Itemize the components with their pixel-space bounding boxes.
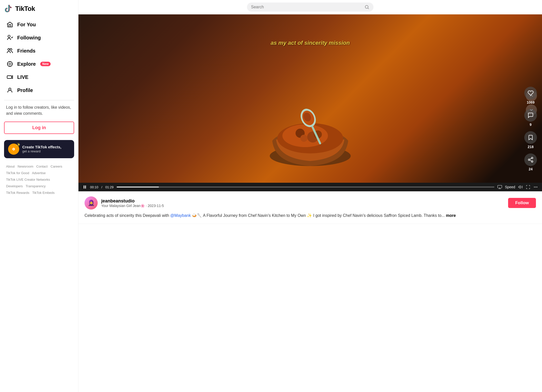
footer-link-embeds[interactable]: TikTok Embeds — [32, 191, 54, 195]
bookmark-icon — [528, 134, 534, 141]
follow-button[interactable]: Follow — [508, 198, 536, 208]
sidebar-item-following[interactable]: Following — [4, 31, 74, 44]
svg-point-27 — [528, 159, 530, 160]
svg-point-4 — [9, 63, 11, 65]
like-count: 1069 — [527, 100, 534, 104]
video-frame: as my act of sincerity mission — [78, 14, 542, 191]
sidebar-item-explore[interactable]: Explore New — [4, 58, 74, 70]
svg-rect-32 — [85, 186, 86, 189]
footer-link-developers[interactable]: Developers — [6, 184, 23, 188]
sidebar-item-for-you[interactable]: For You — [4, 18, 74, 31]
footer-link-about[interactable]: About — [6, 165, 15, 168]
svg-rect-9 — [7, 76, 11, 79]
svg-point-10 — [9, 88, 11, 90]
svg-point-1 — [8, 49, 10, 51]
footer-link-transparency[interactable]: Transparency — [26, 184, 46, 188]
save-icon-wrap — [524, 131, 537, 144]
logo-area[interactable]: TikTok — [4, 0, 74, 18]
svg-point-35 — [534, 187, 535, 188]
footer-link-contact[interactable]: Contact — [36, 165, 48, 168]
sidebar-item-profile[interactable]: Profile — [4, 84, 74, 97]
svg-point-36 — [535, 187, 536, 188]
sidebar-item-live[interactable]: LIVE — [4, 71, 74, 83]
sidebar-item-label: Explore — [17, 61, 36, 67]
main-content: as my act of sincerity mission — [78, 0, 542, 392]
play-pause-button[interactable] — [82, 185, 87, 189]
mention-link[interactable]: @Maybank — [170, 213, 191, 218]
progress-bar[interactable] — [117, 187, 494, 188]
live-icon — [6, 73, 14, 81]
video-player[interactable]: as my act of sincerity mission — [78, 14, 542, 191]
effects-banner[interactable]: ✨ Create TikTok effects, get a reward — [4, 140, 74, 158]
author-handle[interactable]: jeanbeanstudio — [101, 198, 505, 204]
video-feed: as my act of sincerity mission — [78, 14, 542, 392]
effects-icon: ✨ — [8, 144, 19, 155]
volume-button[interactable] — [518, 185, 523, 189]
sidebar: TikTok For You Following Friends — [0, 0, 78, 392]
login-button[interactable]: Log in — [4, 122, 74, 134]
effects-text: Create TikTok effects, get a reward — [22, 145, 61, 154]
footer-link-careers[interactable]: Careers — [51, 165, 62, 168]
airplay-icon — [497, 185, 502, 189]
progress-fill — [117, 187, 159, 188]
footer-link-rewards[interactable]: TikTok Rewards — [6, 191, 29, 195]
app-name: TikTok — [15, 5, 35, 13]
footer-link-newsroom[interactable]: Newsroom — [18, 165, 33, 168]
video-controls: 00:10 / 01:29 Speed — [78, 183, 542, 191]
svg-point-28 — [531, 161, 533, 162]
svg-marker-34 — [519, 186, 520, 189]
save-button[interactable]: 218 — [524, 131, 537, 149]
svg-point-13 — [365, 5, 368, 8]
footer-link-live-creator[interactable]: TikTok LIVE Creator Networks — [6, 178, 50, 181]
video-info: 🧕 jeanbeanstudio Your Malaysian Girl Jea… — [78, 191, 542, 224]
time-separator: / — [101, 185, 102, 189]
svg-point-2 — [10, 49, 12, 51]
svg-point-0 — [8, 35, 10, 37]
following-icon — [6, 34, 14, 41]
svg-line-14 — [368, 8, 369, 9]
home-icon — [6, 21, 14, 28]
comment-count: 9 — [530, 123, 532, 127]
video-caption: Celebrating acts of sincerity this Deepa… — [85, 213, 536, 219]
comment-button[interactable]: 9 — [524, 109, 537, 127]
sidebar-item-label: Following — [17, 35, 41, 41]
svg-point-20 — [300, 135, 307, 142]
ellipsis-icon — [533, 185, 538, 189]
friends-icon — [6, 47, 14, 55]
airplay-button[interactable] — [497, 185, 502, 189]
video-container: as my act of sincerity mission — [78, 14, 542, 392]
tiktok-logo-icon — [4, 4, 13, 13]
search-input[interactable] — [251, 5, 362, 9]
search-button[interactable] — [364, 5, 369, 10]
sidebar-item-label: LIVE — [17, 74, 28, 80]
like-button[interactable]: 1069 — [524, 87, 537, 104]
more-button[interactable]: more — [446, 213, 456, 218]
comment-icon — [528, 112, 534, 118]
author-row: 🧕 jeanbeanstudio Your Malaysian Girl Jea… — [85, 196, 536, 210]
footer-link-advertise[interactable]: Advertise — [32, 171, 46, 175]
sidebar-divider — [4, 100, 74, 100]
video-subtitle: as my act of sincerity mission — [270, 40, 350, 46]
author-info: jeanbeanstudio Your Malaysian Girl Jean🌸… — [101, 198, 505, 208]
share-button[interactable]: 24 — [524, 153, 537, 171]
save-count: 218 — [528, 145, 533, 149]
footer-link-tiktok-good[interactable]: TikTok for Good — [6, 171, 29, 175]
bowl-illustration — [262, 80, 358, 176]
footer-links: About Newsroom Contact Careers TikTok fo… — [4, 163, 74, 196]
fullscreen-button[interactable] — [526, 185, 530, 189]
speed-label[interactable]: Speed — [505, 185, 515, 189]
sidebar-item-label: Profile — [17, 87, 33, 93]
more-options-button[interactable] — [533, 185, 538, 189]
fullscreen-icon — [526, 185, 530, 189]
current-time: 00:10 — [90, 185, 98, 189]
new-badge: New — [40, 62, 51, 66]
share-count: 24 — [529, 167, 533, 171]
svg-point-12 — [13, 149, 14, 150]
svg-rect-31 — [84, 186, 85, 189]
svg-line-30 — [530, 158, 532, 159]
profile-icon — [6, 86, 14, 94]
sidebar-item-friends[interactable]: Friends — [4, 44, 74, 57]
comment-icon-wrap — [524, 109, 537, 122]
sidebar-item-label: For You — [17, 22, 36, 28]
sidebar-item-label: Friends — [17, 48, 35, 54]
